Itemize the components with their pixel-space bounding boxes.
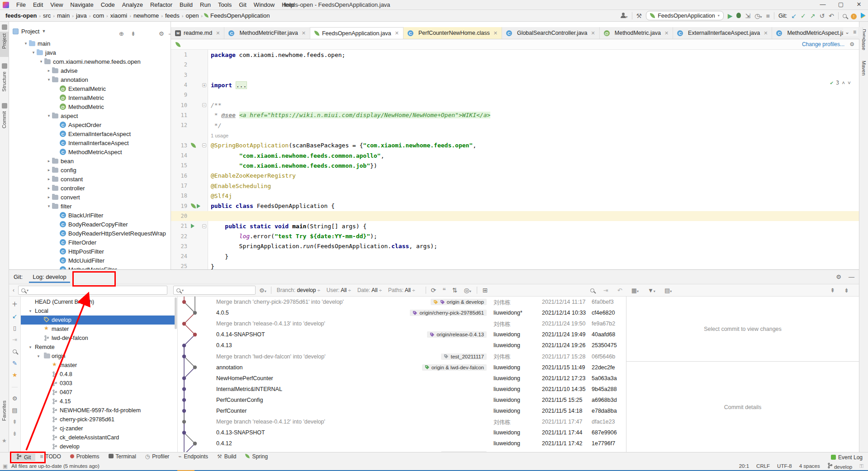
git-hide-panel-icon[interactable]: —: [849, 273, 854, 280]
breadcrumb-item[interactable]: open: [185, 12, 199, 19]
git-filter-paths[interactable]: Paths: All ÷: [388, 287, 415, 293]
layout-icon[interactable]: ▤▾: [664, 287, 672, 294]
next-problem-icon[interactable]: ˅: [848, 80, 851, 86]
new-log-tab-icon[interactable]: ⊞: [483, 287, 488, 293]
branch-item-0407[interactable]: 0407: [21, 388, 175, 397]
inspections-widget[interactable]: ✔ 3 ˄ ˅: [830, 80, 851, 86]
chevron-down-icon[interactable]: ▾: [38, 59, 44, 64]
close-tab-icon[interactable]: ✕: [493, 30, 498, 36]
refresh-icon[interactable]: ⟳: [431, 287, 436, 293]
chevron-right-icon[interactable]: ▸: [46, 159, 52, 163]
menu-analyze[interactable]: Analyze: [119, 0, 147, 9]
code-editor[interactable]: 1package com.xiaomi.newhome.feeds.open;2…: [171, 50, 859, 269]
commit-row[interactable]: PerfCounterliuweidong2021/11/5 14:18e78d…: [178, 405, 626, 416]
chevron-right-icon[interactable]: ▸: [46, 168, 52, 172]
line-ending[interactable]: CRLF: [756, 463, 770, 469]
project-tree-item[interactable]: CBodyReaderHttpServletRequestWrap: [53, 229, 166, 238]
preview-diff-eye-icon[interactable]: ◎▾: [464, 287, 471, 293]
project-tree-item[interactable]: CBodyReaderCopyFilter: [53, 220, 128, 229]
add-branch-icon[interactable]: ＋: [12, 299, 18, 308]
minimize-button[interactable]: —: [814, 0, 832, 10]
git-update-button[interactable]: ↙: [791, 13, 797, 19]
branch-item-develop[interactable]: develop: [21, 442, 175, 451]
project-tree-item[interactable]: CExternalInterfaceAspect: [53, 129, 131, 138]
project-tree-item[interactable]: CBlackUrlFilter: [53, 211, 103, 220]
commit-row[interactable]: 0.4.13-SNAPSHOTliuweidong2021/11/1 17:44…: [178, 427, 626, 438]
favorite-star-icon[interactable]: ★: [12, 372, 18, 378]
project-tree-item[interactable]: ▸config: [46, 165, 76, 174]
menu-git[interactable]: Git: [235, 0, 250, 9]
fold-marker-icon[interactable]: −: [202, 224, 206, 228]
project-tree-item[interactable]: CFilterOrder: [53, 238, 96, 247]
menu-file[interactable]: File: [13, 0, 29, 9]
breadcrumb-item[interactable]: newhome: [133, 12, 159, 19]
editor-tab[interactable]: CMethodMetricFilter.java✕: [224, 27, 310, 39]
lock-icon[interactable]: ⚿: [859, 463, 863, 469]
git-branch-widget[interactable]: develop: [827, 462, 853, 470]
project-tree-item[interactable]: ▾main: [23, 39, 50, 48]
edit-icon[interactable]: ✎: [12, 360, 17, 367]
project-tree-item[interactable]: CMdcUuidFilter: [53, 256, 104, 265]
project-tree-item[interactable]: CAspectOrder: [53, 120, 101, 129]
chevron-right-icon[interactable]: ▸: [46, 177, 52, 181]
change-profiles-link[interactable]: Change profiles...: [802, 41, 844, 47]
filter-funnel-icon[interactable]: ▼▾: [648, 287, 655, 294]
go-to-hash-icon[interactable]: ❝: [442, 287, 446, 293]
file-encoding[interactable]: UTF-8: [777, 463, 792, 469]
menu-run[interactable]: Run: [196, 0, 214, 9]
project-tree-item[interactable]: CHttpPostFilter: [53, 247, 104, 256]
commit-row[interactable]: Merge branch 'release-0.4.12' into 'deve…: [178, 416, 626, 427]
git-filter-user[interactable]: User: All ÷: [327, 287, 351, 293]
commit-row[interactable]: InternalMetric&INTERNALliuweidong2021/11…: [178, 384, 626, 395]
breadcrumb-item[interactable]: src: [43, 12, 51, 19]
collapse-all-icon[interactable]: ⇟: [12, 430, 17, 437]
breadcrumb-item[interactable]: feeds: [165, 12, 180, 19]
branch-item-newhome-9597-fix-fd-problem[interactable]: NEWHOME-9597-fix-fd-problem: [21, 406, 175, 415]
editor-tab[interactable]: CExternalInterfaceAspect.java✕: [673, 27, 772, 39]
profiler-button[interactable]: ◷▾: [754, 13, 762, 19]
commit-row[interactable]: 4.0.5origin/cherry-pick-29785d61liuweido…: [178, 307, 626, 318]
gutter-icons[interactable]: [191, 224, 194, 228]
project-tree-item[interactable]: ▾com.xiaomi.newhome.feeds.open: [38, 57, 141, 66]
rollback-button[interactable]: ↶: [829, 13, 834, 19]
toolwindow-button-terminal[interactable]: Terminal: [104, 453, 141, 460]
delete-icon[interactable]: ▯: [13, 325, 16, 331]
tab-options-icon[interactable]: ≡: [853, 29, 856, 35]
debug-button[interactable]: [736, 13, 741, 19]
project-stripe-icon[interactable]: [2, 24, 7, 30]
match-case-icon[interactable]: ▦▾: [631, 287, 639, 294]
chevron-down-icon[interactable]: ▾: [46, 113, 52, 118]
rollback-icon[interactable]: ↶: [617, 287, 622, 294]
hidden-tabs-icon[interactable]: ⌄: [845, 29, 849, 35]
run-configuration-select[interactable]: FeedsOpenApplication▾: [646, 11, 724, 20]
project-tree-item[interactable]: ▸constant: [46, 174, 83, 184]
branch-item-develop[interactable]: develop: [21, 316, 175, 325]
stripe-item-commit[interactable]: Commit: [1, 111, 7, 128]
chevron-down-icon[interactable]: ▾: [46, 77, 52, 82]
project-tree-item[interactable]: CInternalInterfaceAspect: [53, 138, 129, 147]
toolwindow-button-spring[interactable]: Spring: [241, 453, 272, 460]
commit-list[interactable]: Merge branch 'cherry-pick-29785d61' into…: [177, 297, 626, 452]
commit-row[interactable]: NewHomePerfCounterliuweidong2021/11/12 1…: [178, 373, 626, 384]
chevron-down-icon[interactable]: ▾: [30, 50, 37, 55]
menu-build[interactable]: Build: [176, 0, 196, 9]
expand-all-icon[interactable]: ⇞: [830, 287, 835, 294]
run-button[interactable]: ▶: [728, 13, 733, 19]
breadcrumb-item[interactable]: feeds-open: [5, 12, 37, 19]
chevron-down-icon[interactable]: ▾: [27, 309, 33, 313]
user-profile-icon[interactable]: ▾: [621, 13, 628, 19]
close-tab-icon[interactable]: ✕: [591, 30, 595, 36]
branch-item-0303[interactable]: 0303: [21, 379, 175, 388]
breadcrumb-item[interactable]: main: [57, 12, 70, 19]
editor-tab[interactable]: FeedsOpenApplication.java✕: [310, 27, 403, 39]
commit-row[interactable]: 0.4.12liuweidong2021/11/1 17:421e7796f7: [178, 438, 626, 449]
branch-scrollbar[interactable]: [175, 297, 177, 329]
search-everywhere-icon[interactable]: [843, 13, 847, 19]
caret-position[interactable]: 20:1: [739, 463, 749, 469]
fold-marker-icon[interactable]: −: [202, 143, 206, 147]
wrench-icon[interactable]: ⚙: [849, 41, 854, 47]
git-filter-date[interactable]: Date: All ÷: [357, 287, 382, 293]
project-tree-item[interactable]: CMethodMetricAspect: [53, 147, 122, 156]
project-tree-item[interactable]: ▾java: [30, 48, 56, 57]
build-hammer-icon[interactable]: ⚒: [636, 13, 642, 19]
